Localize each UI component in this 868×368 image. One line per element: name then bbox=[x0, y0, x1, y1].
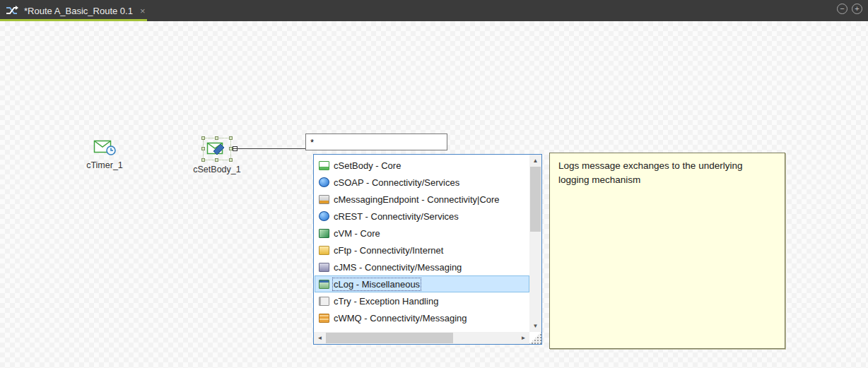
resize-grip[interactable] bbox=[529, 332, 541, 344]
dropdown-item-csoap[interactable]: cSOAP - Connectivity/Services bbox=[315, 174, 529, 191]
clog-list-icon bbox=[319, 280, 329, 289]
ctry-icon bbox=[319, 297, 329, 306]
csetbody-icon bbox=[206, 141, 228, 157]
dropdown-item-crest[interactable]: cREST - Connectivity/Services bbox=[315, 208, 529, 225]
dropdown-item-ctry[interactable]: cTry - Exception Handling bbox=[315, 292, 529, 309]
dropdown-item-cmessagingendpoint[interactable]: cMessagingEndpoint - Connectivity|Core bbox=[315, 191, 529, 208]
selection-handle[interactable] bbox=[215, 136, 218, 140]
component-suggestion-dropdown[interactable]: cSetBody - Core cSOAP - Connectivity/Ser… bbox=[313, 154, 542, 345]
scroll-right-icon[interactable]: ► bbox=[517, 332, 529, 344]
cmessagingendpoint-icon bbox=[319, 195, 329, 204]
maximize-view-icon[interactable]: + bbox=[852, 4, 862, 14]
route-design-canvas[interactable]: cTimer_1 cSetBody_1 bbox=[0, 21, 868, 368]
scroll-up-icon[interactable]: ▲ bbox=[529, 155, 541, 167]
horizontal-scrollbar-thumb[interactable] bbox=[326, 333, 453, 343]
node-label: cSetBody_1 bbox=[193, 165, 240, 174]
dropdown-item-cftp[interactable]: cFtp - Connectivity/Internet bbox=[315, 242, 529, 259]
route-editor-tab[interactable]: *Route A_Basic_Route 0.1 × bbox=[0, 0, 154, 21]
dropdown-item-label: cMessagingEndpoint - Connectivity|Core bbox=[334, 194, 500, 205]
dropdown-item-label: cVM - Core bbox=[334, 228, 380, 239]
selection-handle[interactable] bbox=[201, 147, 205, 150]
editor-header: *Route A_Basic_Route 0.1 × − + bbox=[0, 0, 868, 21]
csetbody-list-icon bbox=[319, 161, 329, 170]
dropdown-item-cjms[interactable]: cJMS - Connectivity/Messaging bbox=[315, 259, 529, 275]
scroll-down-icon[interactable]: ▼ bbox=[529, 320, 541, 332]
cvm-icon bbox=[319, 229, 329, 238]
component-description-tooltip: Logs message exchanges to the underlying… bbox=[549, 153, 785, 349]
selection-handle[interactable] bbox=[229, 158, 233, 162]
dropdown-item-label: cLog - Miscellaneous bbox=[334, 279, 420, 290]
dropdown-item-clog[interactable]: cLog - Miscellaneous bbox=[315, 275, 529, 292]
dropdown-item-label: cTry - Exception Handling bbox=[334, 296, 438, 307]
dropdown-item-cwmq[interactable]: cWMQ - Connectivity/Messaging bbox=[315, 309, 529, 326]
tab-close-icon[interactable]: × bbox=[139, 6, 147, 16]
vertical-scrollbar-thumb[interactable] bbox=[530, 167, 541, 232]
selection-handle[interactable] bbox=[229, 136, 233, 140]
ctimer-icon bbox=[93, 138, 116, 156]
selection-handle[interactable] bbox=[201, 136, 205, 140]
dropdown-item-label: cJMS - Connectivity/Messaging bbox=[334, 262, 462, 273]
component-search-input[interactable] bbox=[305, 133, 447, 150]
dropdown-item-label: cWMQ - Connectivity/Messaging bbox=[334, 313, 467, 324]
node-csetbody[interactable]: cSetBody_1 bbox=[184, 138, 250, 174]
selection-handle[interactable] bbox=[201, 158, 205, 162]
node-label: cTimer_1 bbox=[86, 160, 123, 170]
node-ctimer[interactable]: cTimer_1 bbox=[79, 138, 130, 170]
cjms-icon bbox=[319, 263, 329, 272]
dropdown-item-label: cFtp - Connectivity/Internet bbox=[334, 245, 443, 256]
tab-title: *Route A_Basic_Route 0.1 bbox=[24, 6, 133, 16]
cwmq-icon bbox=[319, 314, 329, 323]
scroll-left-icon[interactable]: ◄ bbox=[314, 332, 326, 344]
dropdown-item-cvm[interactable]: cVM - Core bbox=[315, 225, 529, 242]
tooltip-text: Logs message exchanges to the underlying… bbox=[550, 153, 776, 192]
cftp-icon bbox=[319, 246, 329, 255]
dropdown-item-label: cREST - Connectivity/Services bbox=[334, 211, 459, 222]
dropdown-item-csetbody[interactable]: cSetBody - Core bbox=[315, 157, 529, 174]
minimize-view-icon[interactable]: − bbox=[837, 4, 848, 14]
vertical-scrollbar[interactable]: ▲ ▼ bbox=[529, 155, 541, 332]
crest-icon bbox=[319, 211, 329, 221]
route-icon bbox=[6, 6, 18, 16]
horizontal-scrollbar[interactable]: ◄ ► bbox=[314, 332, 529, 344]
dropdown-item-label: cSOAP - Connectivity/Services bbox=[334, 177, 459, 188]
selection-box bbox=[203, 138, 231, 160]
connection-wire[interactable] bbox=[233, 148, 305, 149]
dropdown-list: cSetBody - Core cSOAP - Connectivity/Ser… bbox=[315, 157, 529, 332]
dropdown-item-label: cSetBody - Core bbox=[334, 160, 401, 171]
csoap-icon bbox=[319, 177, 329, 187]
selection-handle[interactable] bbox=[215, 158, 218, 162]
